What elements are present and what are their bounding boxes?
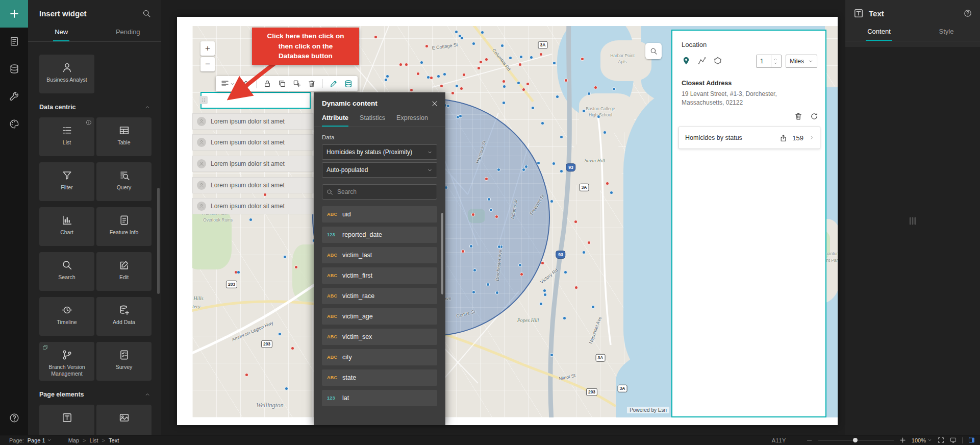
search-icon[interactable] bbox=[142, 9, 151, 18]
copy-plus-button[interactable] bbox=[293, 80, 301, 88]
widget-list[interactable]: List bbox=[39, 117, 94, 156]
field-item-city[interactable]: ABC city bbox=[322, 349, 437, 365]
tab-attribute[interactable]: Attribute bbox=[322, 111, 348, 127]
page-canvas[interactable]: E Cottage StColumbia RdHarbor PointAptsB… bbox=[177, 17, 838, 425]
stepper-down-icon[interactable] bbox=[773, 61, 777, 65]
field-item-reported-date[interactable]: 123 reported_date bbox=[322, 227, 437, 243]
map-search-button[interactable] bbox=[645, 43, 662, 59]
section-data-centric[interactable]: Data centric bbox=[39, 104, 150, 111]
widget-filter[interactable]: Filter bbox=[39, 162, 94, 201]
zoom-in-button[interactable]: + bbox=[200, 41, 215, 56]
stepper-up-icon[interactable] bbox=[773, 57, 777, 61]
page-tool[interactable] bbox=[0, 28, 28, 55]
widget-survey[interactable]: Survey bbox=[96, 342, 152, 381]
page-selector[interactable]: Page 1 bbox=[28, 437, 52, 443]
tab-expression[interactable]: Expression bbox=[396, 111, 428, 127]
data-source-select[interactable]: Homicides by status (Proximity) bbox=[322, 144, 437, 160]
widget-feature-info[interactable]: Feature Info bbox=[96, 207, 152, 246]
panel-toggle-icon[interactable] bbox=[968, 437, 975, 443]
chevron-right-icon[interactable] bbox=[809, 135, 815, 141]
field-item-uid[interactable]: ABC uid bbox=[322, 206, 437, 222]
export-icon[interactable] bbox=[780, 134, 787, 142]
zoom-level-select[interactable]: 100% bbox=[912, 437, 932, 443]
tab-new[interactable]: New bbox=[28, 24, 95, 41]
help-icon[interactable] bbox=[0, 407, 28, 429]
polyline-mode-icon[interactable] bbox=[697, 56, 707, 65]
result-row-homicides[interactable]: Homicides by status 159 bbox=[679, 127, 820, 149]
duplicate-button[interactable] bbox=[278, 80, 286, 88]
field-item-victim-age[interactable]: ABC victim_age bbox=[322, 308, 437, 325]
crumb-text[interactable]: Text bbox=[109, 437, 119, 443]
help-icon[interactable] bbox=[964, 9, 972, 17]
field-list-scrollbar[interactable] bbox=[441, 213, 443, 294]
list-item[interactable]: Lorem ipsum dolor sit amet bbox=[192, 177, 314, 193]
list-item[interactable]: Lorem ipsum dolor sit amet bbox=[192, 134, 314, 151]
incident-dot bbox=[582, 251, 586, 254]
refresh-icon[interactable] bbox=[810, 112, 818, 120]
widget-search[interactable]: Search bbox=[39, 252, 94, 291]
widget-add-data[interactable]: Add Data bbox=[96, 297, 152, 336]
crumb-list[interactable]: List bbox=[89, 437, 98, 443]
field-item-victim-race[interactable]: ABC victim_race bbox=[322, 288, 437, 304]
distance-stepper[interactable] bbox=[771, 55, 779, 67]
wrench-tool[interactable] bbox=[0, 83, 28, 110]
database-button[interactable] bbox=[344, 80, 353, 88]
polygon-mode-icon[interactable] bbox=[713, 56, 722, 65]
plus-tool[interactable] bbox=[0, 0, 28, 28]
zoom-slider-knob[interactable] bbox=[853, 438, 858, 442]
distance-input[interactable] bbox=[757, 55, 771, 67]
info-icon[interactable] bbox=[86, 119, 92, 126]
tab-style[interactable]: Style bbox=[913, 23, 980, 41]
data-tool[interactable] bbox=[0, 55, 28, 83]
field-search-input[interactable] bbox=[336, 188, 433, 196]
align-button[interactable] bbox=[221, 80, 235, 88]
populate-mode-select[interactable]: Auto-populated bbox=[322, 162, 437, 178]
zoom-out-icon[interactable] bbox=[806, 437, 813, 443]
section-page-elements[interactable]: Page elements bbox=[39, 391, 150, 398]
zoom-in-icon[interactable] bbox=[899, 437, 906, 443]
tab-statistics[interactable]: Statistics bbox=[360, 111, 385, 127]
widget-query[interactable]: Query bbox=[96, 162, 152, 201]
list-item[interactable]: Lorem ipsum dolor sit amet bbox=[192, 198, 314, 214]
close-icon[interactable] bbox=[431, 100, 438, 107]
list-item[interactable]: Lorem ipsum dolor sit amet bbox=[192, 156, 314, 172]
lock-button[interactable] bbox=[263, 80, 271, 88]
filter-icon bbox=[62, 170, 72, 181]
widget-edit[interactable]: Edit bbox=[96, 252, 152, 291]
location-widget-card[interactable]: Location Miles Closest Address 19 Levant… bbox=[671, 30, 826, 417]
preview-icon[interactable] bbox=[950, 437, 957, 443]
incident-dot bbox=[481, 31, 484, 34]
tab-content[interactable]: Content bbox=[845, 23, 913, 41]
selected-list-item[interactable] bbox=[200, 92, 311, 109]
fit-to-screen-icon[interactable] bbox=[938, 437, 944, 443]
widget-business-analyst[interactable]: Business Analyst bbox=[39, 55, 94, 93]
widget-widget[interactable] bbox=[96, 405, 152, 435]
widget-branch-version-management[interactable]: Branch Version Management bbox=[39, 342, 94, 381]
pencil-button[interactable] bbox=[330, 80, 338, 88]
eraser-button[interactable] bbox=[241, 80, 249, 88]
incident-dot bbox=[285, 387, 288, 390]
a11y-link[interactable]: A11Y bbox=[772, 437, 786, 443]
widget-timeline[interactable]: Timeline bbox=[39, 297, 94, 336]
field-item-lat[interactable]: 123 lat bbox=[322, 390, 437, 406]
widget-table[interactable]: Table bbox=[96, 117, 152, 156]
pin-mode-icon[interactable] bbox=[682, 56, 691, 65]
zoom-slider[interactable] bbox=[818, 440, 894, 440]
delete-location-icon[interactable] bbox=[794, 112, 802, 120]
unit-select[interactable]: Miles bbox=[786, 55, 817, 68]
field-item-victim-last[interactable]: ABC victim_last bbox=[322, 247, 437, 263]
field-item-victim-first[interactable]: ABC victim_first bbox=[322, 267, 437, 284]
panel-title: Insert widget bbox=[39, 9, 87, 18]
crumb-map[interactable]: Map bbox=[68, 437, 79, 443]
trash-button[interactable] bbox=[308, 80, 316, 88]
widget-widget[interactable] bbox=[39, 405, 94, 435]
tab-pending[interactable]: Pending bbox=[95, 24, 162, 41]
widget-chart[interactable]: Chart bbox=[39, 207, 94, 246]
drag-handle-icon[interactable] bbox=[199, 96, 208, 104]
palette-tool[interactable] bbox=[0, 110, 28, 138]
list-item[interactable]: Lorem ipsum dolor sit amet bbox=[192, 113, 314, 130]
zoom-out-button[interactable]: − bbox=[200, 57, 215, 71]
field-item-victim-sex[interactable]: ABC victim_sex bbox=[322, 329, 437, 345]
panel-scrollbar[interactable] bbox=[157, 188, 160, 294]
field-item-state[interactable]: ABC state bbox=[322, 369, 437, 386]
